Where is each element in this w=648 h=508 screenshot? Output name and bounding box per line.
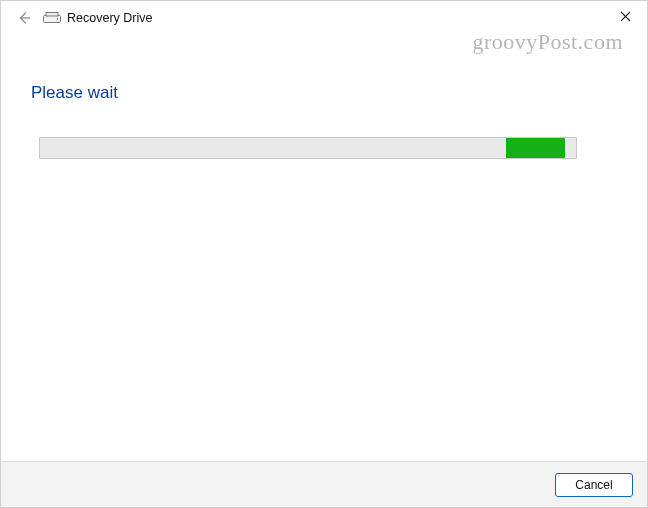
titlebar: Recovery Drive: [1, 1, 647, 35]
svg-point-2: [57, 18, 59, 20]
close-button[interactable]: [603, 1, 647, 31]
svg-rect-1: [46, 13, 58, 17]
drive-icon: [43, 11, 61, 25]
recovery-drive-dialog: Recovery Drive groovyPost.com Please wai…: [0, 0, 648, 508]
close-icon: [620, 11, 631, 22]
progress-bar: [39, 137, 577, 159]
back-button[interactable]: [13, 7, 35, 29]
cancel-button[interactable]: Cancel: [555, 473, 633, 497]
back-arrow-icon: [17, 11, 31, 25]
dialog-footer: Cancel: [1, 461, 647, 507]
window-title: Recovery Drive: [67, 11, 152, 25]
page-heading: Please wait: [31, 83, 617, 103]
content-area: Please wait: [1, 35, 647, 461]
progress-fill: [506, 138, 565, 158]
